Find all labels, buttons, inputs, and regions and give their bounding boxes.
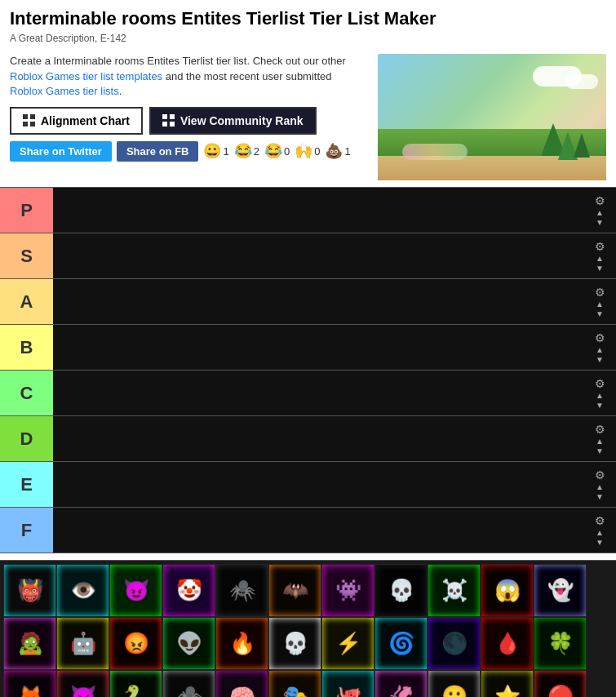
tier-controls-a: ⚙ ▲ ▼ (583, 279, 616, 324)
up-button-f[interactable]: ▲ (596, 529, 604, 537)
up-button-b[interactable]: ▲ (596, 346, 604, 354)
up-button-p[interactable]: ▲ (596, 209, 604, 217)
item-27[interactable]: 🎭 (268, 670, 321, 697)
tier-content-f[interactable] (53, 508, 583, 553)
alignment-chart-button[interactable]: Alignment Chart (10, 107, 143, 135)
description: Create a Interminable rooms Entites Tier… (10, 54, 361, 99)
gear-button-p[interactable]: ⚙ (595, 194, 605, 207)
reaction-happy[interactable]: 😀1 (203, 142, 228, 160)
item-12[interactable]: 🤖 (56, 617, 109, 670)
link-roblox-lists[interactable]: Roblox Games tier lists (10, 85, 119, 97)
reaction-poop[interactable]: 💩1 (325, 142, 350, 160)
gear-button-a[interactable]: ⚙ (595, 286, 605, 299)
item-11[interactable]: 🧟 (3, 617, 56, 670)
item-18[interactable]: 🌀 (374, 617, 428, 670)
item-30[interactable]: 😬 (428, 670, 481, 697)
tier-content-a[interactable] (53, 279, 583, 324)
tier-content-e[interactable] (53, 462, 583, 507)
share-twitter-button[interactable]: Share on Twitter (10, 141, 112, 162)
item-7[interactable]: 💀 (374, 564, 428, 617)
down-button-s[interactable]: ▼ (596, 264, 604, 273)
tier-content-s[interactable] (53, 233, 583, 278)
item-5[interactable]: 🦇 (268, 564, 321, 617)
up-button-a[interactable]: ▲ (596, 300, 604, 309)
tier-label-d: D (0, 416, 53, 461)
tier-controls-b: ⚙ ▲ ▼ (583, 325, 616, 370)
gear-button-s[interactable]: ⚙ (595, 240, 605, 253)
tier-label-p: P (0, 188, 53, 233)
item-1[interactable]: 👁️ (56, 564, 109, 617)
item-16[interactable]: 💀 (268, 617, 321, 670)
tier-controls-c: ⚙ ▲ ▼ (583, 371, 616, 415)
down-button-e[interactable]: ▼ (596, 493, 604, 501)
subtitle: A Great Description, E-142 (10, 33, 606, 44)
item-6[interactable]: 👾 (321, 564, 374, 617)
tier-list: P ⚙ ▲ ▼ S ⚙ ▲ ▼ A ⚙ ▲ ▼ B ⚙ ▲ ▼ C (0, 187, 616, 553)
tier-content-b[interactable] (53, 325, 583, 370)
item-19[interactable]: 🌑 (428, 617, 481, 670)
up-button-s[interactable]: ▲ (596, 255, 604, 263)
reaction-joy[interactable]: 😂0 (264, 142, 290, 160)
reaction-laugh[interactable]: 😂2 (234, 142, 259, 160)
tier-row-e: E ⚙ ▲ ▼ (0, 462, 616, 508)
item-28[interactable]: 🐙 (321, 670, 374, 697)
tier-content-d[interactable] (53, 416, 583, 461)
link-roblox-templates[interactable]: Roblox Games tier list templates (10, 70, 162, 82)
item-3[interactable]: 🤡 (162, 564, 215, 617)
gear-button-e[interactable]: ⚙ (595, 468, 605, 482)
tier-controls-p: ⚙ ▲ ▼ (583, 188, 616, 233)
down-button-c[interactable]: ▼ (596, 402, 604, 410)
gear-button-b[interactable]: ⚙ (595, 331, 605, 344)
gear-button-c[interactable]: ⚙ (595, 377, 605, 390)
tier-controls-d: ⚙ ▲ ▼ (583, 416, 616, 461)
up-button-c[interactable]: ▲ (596, 392, 604, 400)
share-facebook-button[interactable]: Share on FB (117, 141, 199, 162)
item-25[interactable]: 🕷️ (162, 670, 215, 697)
tier-controls-f: ⚙ ▲ ▼ (583, 508, 616, 553)
down-button-a[interactable]: ▼ (596, 310, 604, 318)
item-2[interactable]: 😈 (109, 564, 162, 617)
item-8[interactable]: ☠️ (428, 564, 481, 617)
up-button-e[interactable]: ▲ (596, 483, 604, 491)
gear-button-d[interactable]: ⚙ (595, 423, 605, 436)
item-14[interactable]: 👽 (162, 617, 215, 670)
header-image (378, 54, 606, 180)
tier-label-f: F (0, 508, 53, 553)
item-29[interactable]: 🦑 (374, 670, 428, 697)
down-button-f[interactable]: ▼ (596, 539, 604, 547)
item-10[interactable]: 👻 (534, 564, 587, 617)
gear-button-f[interactable]: ⚙ (595, 514, 605, 527)
tier-label-b: B (0, 325, 53, 370)
tier-content-p[interactable] (53, 188, 583, 233)
items-pool: 👹👁️😈🤡🕷️🦇👾💀☠️😱👻🧟🤖😡👽🔥💀⚡🌀🌑🩸🍀🦊😈🐍🕷️🧠🎭🐙🦑😬⭐🔴💢🌊 (0, 560, 616, 697)
community-rank-button[interactable]: View Community Rank (149, 107, 317, 135)
item-9[interactable]: 😱 (481, 564, 534, 617)
item-17[interactable]: ⚡ (321, 617, 374, 670)
buttons-row: Alignment Chart View Community Rank (10, 107, 370, 135)
item-24[interactable]: 🐍 (109, 670, 162, 697)
up-button-d[interactable]: ▲ (596, 437, 604, 446)
item-22[interactable]: 🦊 (3, 670, 56, 697)
item-23[interactable]: 😈 (56, 670, 109, 697)
item-31[interactable]: ⭐ (481, 670, 534, 697)
tier-row-f: F ⚙ ▲ ▼ (0, 508, 616, 553)
tier-row-c: C ⚙ ▲ ▼ (0, 371, 616, 416)
down-button-p[interactable]: ▼ (596, 219, 604, 227)
item-26[interactable]: 🧠 (215, 670, 268, 697)
tier-row-s: S ⚙ ▲ ▼ (0, 233, 616, 279)
tier-controls-s: ⚙ ▲ ▼ (583, 233, 616, 278)
tier-row-p: P ⚙ ▲ ▼ (0, 188, 616, 233)
item-4[interactable]: 🕷️ (215, 564, 268, 617)
item-20[interactable]: 🩸 (481, 617, 534, 670)
reaction-raise[interactable]: 🙌0 (295, 142, 320, 160)
item-15[interactable]: 🔥 (215, 617, 268, 670)
item-32[interactable]: 🔴 (534, 670, 587, 697)
item-0[interactable]: 👹 (3, 564, 56, 617)
item-13[interactable]: 😡 (109, 617, 162, 670)
item-21[interactable]: 🍀 (534, 617, 587, 670)
tier-label-c: C (0, 371, 53, 415)
tier-label-s: S (0, 233, 53, 278)
down-button-b[interactable]: ▼ (596, 356, 604, 364)
down-button-d[interactable]: ▼ (596, 447, 604, 455)
tier-content-c[interactable] (53, 371, 583, 415)
